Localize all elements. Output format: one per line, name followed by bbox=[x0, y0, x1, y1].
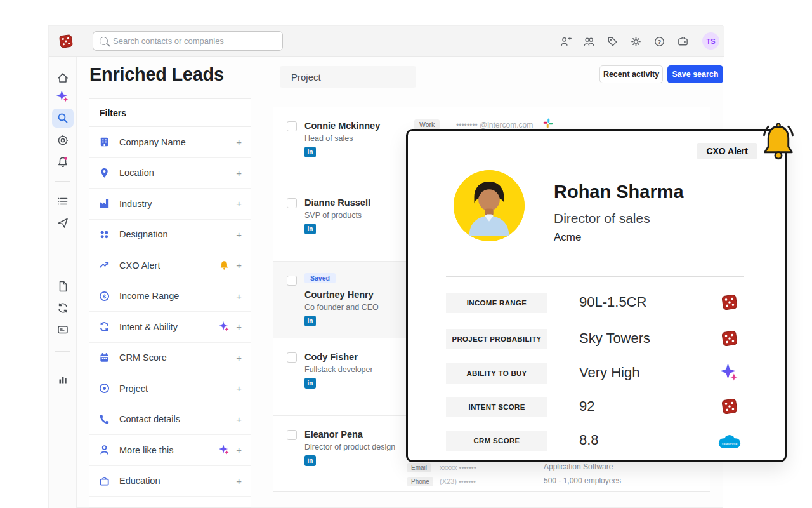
dice-icon bbox=[720, 293, 739, 312]
rail-divider bbox=[55, 351, 70, 352]
page-title: Enriched Leads bbox=[89, 64, 224, 85]
image-icon bbox=[98, 505, 110, 508]
add-filter-icon[interactable]: + bbox=[236, 321, 242, 332]
intent-score-value: 92 bbox=[579, 398, 594, 415]
crm-calendar-icon bbox=[98, 352, 110, 364]
search-input[interactable] bbox=[113, 36, 272, 46]
add-filter-icon[interactable]: + bbox=[236, 444, 242, 455]
alert-bell-icon bbox=[219, 260, 230, 271]
linkedin-icon[interactable]: in bbox=[304, 316, 316, 326]
svg-text:salesforce: salesforce bbox=[722, 442, 737, 446]
ai-sparkles-icon bbox=[219, 444, 230, 455]
add-filter-icon[interactable]: + bbox=[236, 260, 242, 271]
ai-sparkles-icon bbox=[219, 321, 230, 332]
filter-intent-ability[interactable]: Intent & Ability + bbox=[89, 312, 251, 343]
user-avatar[interactable]: TS bbox=[702, 32, 719, 50]
rail-divider bbox=[55, 241, 70, 241]
add-filter-icon[interactable]: + bbox=[236, 198, 242, 209]
masked-email-value: xxxxx ••••••• bbox=[440, 464, 476, 471]
header-divider bbox=[461, 88, 724, 88]
rail-divider bbox=[55, 181, 70, 182]
filter-label: Education bbox=[119, 476, 160, 486]
filter-designation[interactable]: Designation + bbox=[89, 220, 251, 251]
linkedin-icon[interactable]: in bbox=[304, 147, 316, 157]
lead-name: Cody Fisher bbox=[304, 352, 358, 362]
dice-icon bbox=[720, 329, 739, 348]
filter-label: More like this bbox=[119, 445, 173, 455]
search-icon bbox=[100, 37, 108, 45]
send-icon[interactable] bbox=[56, 217, 69, 229]
cxo-detail-row: INCOME RANGE 90L-1.5CR bbox=[446, 293, 766, 314]
intent-sync-icon bbox=[98, 321, 110, 333]
project-filter-chip[interactable]: Project bbox=[280, 66, 416, 88]
help-icon[interactable]: ? bbox=[653, 36, 665, 48]
lead-title: Director of product design bbox=[304, 443, 395, 451]
filter-income-range[interactable]: $ Income Range + bbox=[89, 281, 251, 312]
search-nav-icon[interactable] bbox=[56, 112, 69, 124]
ability-to-buy-label: ABILITY TO BUY bbox=[446, 363, 547, 384]
filters-panel: Filters Company Name + Location + Indust… bbox=[89, 98, 251, 508]
lead-checkbox[interactable] bbox=[287, 198, 297, 208]
add-filter-icon[interactable]: + bbox=[236, 229, 242, 240]
intent-score-label: INTENT SCORE bbox=[446, 397, 547, 417]
crm-score-value: 8.8 bbox=[579, 432, 599, 448]
filter-more-like-this[interactable]: More like this + bbox=[89, 435, 251, 466]
cxo-detail-row: PROJECT PROBABILITY Sky Towers bbox=[446, 329, 766, 351]
lead-checkbox[interactable] bbox=[287, 121, 297, 131]
company-industry: Application Software bbox=[544, 462, 613, 471]
ai-sparkles-icon[interactable] bbox=[56, 90, 69, 103]
save-search-button[interactable]: Save search bbox=[667, 65, 723, 83]
recent-activity-button[interactable]: Recent activity bbox=[599, 65, 663, 83]
add-filter-icon[interactable]: + bbox=[236, 414, 242, 425]
cxo-name: Rohan Sharma bbox=[554, 182, 684, 203]
list-icon[interactable] bbox=[56, 195, 69, 208]
lead-checkbox[interactable] bbox=[287, 430, 297, 440]
card-id-icon[interactable] bbox=[56, 323, 69, 336]
home-icon[interactable] bbox=[56, 72, 69, 84]
filter-label: Company Name bbox=[119, 137, 186, 147]
linkedin-icon[interactable]: in bbox=[304, 455, 316, 466]
document-icon[interactable] bbox=[56, 280, 69, 293]
analytics-chart-icon[interactable] bbox=[56, 373, 69, 385]
tag-icon[interactable] bbox=[606, 36, 619, 48]
settings-gear-icon[interactable] bbox=[630, 36, 642, 48]
linkedin-icon[interactable]: in bbox=[304, 224, 316, 234]
filter-industry[interactable]: Industry + bbox=[89, 189, 251, 220]
filter-contact-details[interactable]: Contact details + bbox=[89, 404, 251, 436]
add-filter-icon[interactable]: + bbox=[236, 291, 242, 302]
add-contact-icon[interactable] bbox=[560, 36, 572, 48]
add-filter-icon[interactable]: + bbox=[236, 476, 242, 486]
wallet-icon[interactable] bbox=[677, 36, 689, 48]
add-filter-icon[interactable]: + bbox=[236, 352, 242, 363]
filter-location[interactable]: Location + bbox=[89, 158, 251, 189]
add-filter-icon[interactable]: + bbox=[236, 137, 242, 147]
project-probability-value: Sky Towers bbox=[579, 330, 650, 347]
filter-education[interactable]: Education + bbox=[89, 466, 251, 497]
people-icon[interactable] bbox=[583, 36, 595, 48]
assistant-target-icon[interactable] bbox=[56, 134, 69, 147]
lead-checkbox[interactable] bbox=[287, 352, 297, 363]
add-filter-icon[interactable]: + bbox=[236, 383, 242, 394]
cxo-bell-icon bbox=[756, 119, 801, 165]
phone-icon bbox=[98, 413, 110, 425]
lead-name: Eleanor Pena bbox=[304, 429, 363, 439]
filter-company-name[interactable]: Company Name + bbox=[89, 127, 251, 158]
filter-label: Intent & Ability bbox=[119, 322, 178, 332]
notifications-bell-icon[interactable] bbox=[56, 156, 69, 168]
filter-label: Designation bbox=[119, 229, 168, 239]
filter-label: Location bbox=[119, 168, 154, 178]
person-icon bbox=[98, 444, 110, 456]
filter-project[interactable]: Project + bbox=[89, 373, 251, 404]
filter-cxo-alert[interactable]: CXO Alert + bbox=[89, 250, 251, 281]
filter-crm-score[interactable]: CRM Score + bbox=[89, 343, 251, 374]
project-probability-label: PROJECT PROBABILITY bbox=[446, 329, 547, 349]
add-filter-icon[interactable]: + bbox=[236, 168, 242, 178]
global-search[interactable] bbox=[93, 31, 283, 51]
svg-text:$: $ bbox=[103, 293, 106, 300]
dice-icon bbox=[720, 397, 739, 416]
sync-icon[interactable] bbox=[56, 302, 69, 314]
lead-checkbox[interactable] bbox=[287, 276, 297, 286]
linkedin-icon[interactable]: in bbox=[304, 378, 316, 389]
filter-ego-images[interactable]: Ego Images + bbox=[89, 497, 251, 508]
lead-title: SVP of products bbox=[304, 211, 362, 220]
